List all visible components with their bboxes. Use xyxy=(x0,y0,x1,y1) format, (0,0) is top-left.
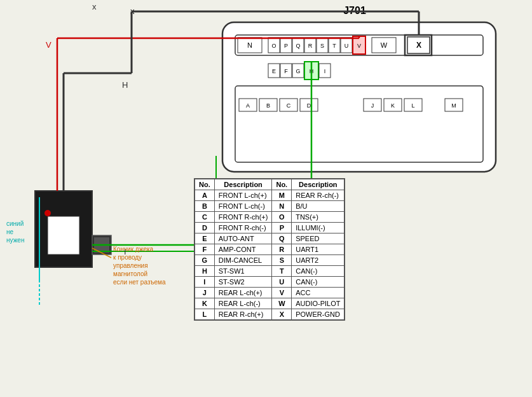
svg-text:B: B xyxy=(266,102,270,109)
svg-text:X: X xyxy=(416,41,421,50)
table-cell-6-3: UART2 xyxy=(292,255,344,266)
svg-text:если нет разъема: если нет разъема xyxy=(113,279,166,286)
table-cell-8-1: ST-SW2 xyxy=(214,277,272,288)
svg-text:G: G xyxy=(296,68,300,74)
table-cell-0-2: M xyxy=(272,190,292,201)
table-cell-1-0: B xyxy=(195,201,215,212)
table-cell-8-3: CAN(-) xyxy=(292,277,344,288)
table-cell-7-3: CAN(-) xyxy=(292,266,344,277)
table-cell-7-0: H xyxy=(195,266,215,277)
table-cell-1-3: B/U xyxy=(292,201,344,212)
table-cell-9-0: J xyxy=(195,288,215,298)
svg-text:A: A xyxy=(246,102,250,109)
svg-text:синий: синий xyxy=(6,220,24,227)
svg-text:D: D xyxy=(307,102,311,109)
table-cell-8-0: I xyxy=(195,277,215,288)
main-container: J701 x N O P Q R S T U V xyxy=(0,0,532,397)
svg-rect-56 xyxy=(48,216,79,254)
table-cell-3-2: P xyxy=(272,223,292,233)
svg-text:M: M xyxy=(451,102,456,109)
table-cell-7-2: T xyxy=(272,266,292,277)
table-cell-3-1: FRONT R-ch(-) xyxy=(214,223,272,233)
table-cell-0-0: A xyxy=(195,190,215,201)
table-cell-0-1: FRONT L-ch(+) xyxy=(214,190,272,201)
svg-text:управления: управления xyxy=(113,262,148,269)
svg-text:не: не xyxy=(6,228,14,235)
table-cell-7-1: ST-SW1 xyxy=(214,266,272,277)
table-cell-10-3: AUDIO-PILOT xyxy=(292,298,344,309)
table-header-desc1: Description xyxy=(214,179,272,190)
svg-text:V: V xyxy=(357,43,361,49)
svg-point-57 xyxy=(44,210,51,216)
svg-text:к проводу: к проводу xyxy=(113,254,142,261)
svg-text:K: K xyxy=(391,102,395,109)
table-cell-2-1: FRONT R-ch(+) xyxy=(214,212,272,223)
svg-text:O: O xyxy=(271,43,276,49)
svg-text:P: P xyxy=(284,43,288,49)
svg-text:W: W xyxy=(381,41,388,49)
table-cell-4-2: Q xyxy=(272,233,292,244)
svg-text:Q: Q xyxy=(296,43,300,49)
svg-text:F: F xyxy=(284,68,288,74)
table-cell-8-2: U xyxy=(272,277,292,288)
svg-rect-38 xyxy=(235,86,483,162)
svg-text:C: C xyxy=(287,102,291,109)
table-cell-1-1: FRONT L-ch(-) xyxy=(214,201,272,212)
svg-text:H: H xyxy=(122,80,128,90)
svg-text:L: L xyxy=(411,102,414,109)
svg-text:U: U xyxy=(344,43,349,49)
svg-text:x: x xyxy=(92,2,97,11)
table-cell-10-0: K xyxy=(195,298,215,309)
table-header-desc2: Description xyxy=(292,179,344,190)
svg-text:S: S xyxy=(320,43,324,49)
table-cell-3-0: D xyxy=(195,223,215,233)
table-cell-9-2: V xyxy=(272,288,292,298)
svg-text:I: I xyxy=(324,68,326,74)
table-cell-3-3: ILLUMI(-) xyxy=(292,223,344,233)
table-cell-11-1: REAR R-ch(+) xyxy=(214,309,272,320)
table-cell-5-0: F xyxy=(195,244,215,255)
svg-text:магнитолой: магнитолой xyxy=(113,270,147,277)
table-header-no2: No. xyxy=(272,179,292,190)
table-cell-5-3: UART1 xyxy=(292,244,344,255)
table-cell-11-3: POWER-GND xyxy=(292,309,344,320)
svg-text:V: V xyxy=(46,40,51,50)
table-cell-4-3: SPEED xyxy=(292,233,344,244)
table-cell-5-1: AMP-CONT xyxy=(214,244,272,255)
table-cell-10-1: REAR L-ch(-) xyxy=(214,298,272,309)
svg-text:Кончик джека: Кончик джека xyxy=(113,246,154,253)
svg-text:J: J xyxy=(371,102,374,109)
table-cell-11-0: L xyxy=(195,309,215,320)
table-cell-2-3: TNS(+) xyxy=(292,212,344,223)
table-cell-2-0: C xyxy=(195,212,215,223)
table-cell-4-0: E xyxy=(195,233,215,244)
table-cell-10-2: W xyxy=(272,298,292,309)
svg-text:E: E xyxy=(272,68,276,74)
svg-text:R: R xyxy=(308,43,313,49)
svg-text:T: T xyxy=(332,43,336,49)
table-cell-9-3: ACC xyxy=(292,288,344,298)
table-cell-9-1: REAR L-ch(+) xyxy=(214,288,272,298)
table-cell-0-3: REAR R-ch(-) xyxy=(292,190,344,201)
table-cell-4-1: AUTO-ANT xyxy=(214,233,272,244)
table-cell-6-0: G xyxy=(195,255,215,266)
table-cell-11-2: X xyxy=(272,309,292,320)
table-cell-5-2: R xyxy=(272,244,292,255)
table-cell-6-2: S xyxy=(272,255,292,266)
pin-table: No. Description No. Description AFRONT L… xyxy=(194,178,345,321)
table-cell-1-2: N xyxy=(272,201,292,212)
table-cell-2-2: O xyxy=(272,212,292,223)
table-header-no1: No. xyxy=(195,179,215,190)
svg-text:N: N xyxy=(247,41,252,49)
svg-text:нужен: нужен xyxy=(6,237,24,244)
table-cell-6-1: DIM-CANCEL xyxy=(214,255,272,266)
